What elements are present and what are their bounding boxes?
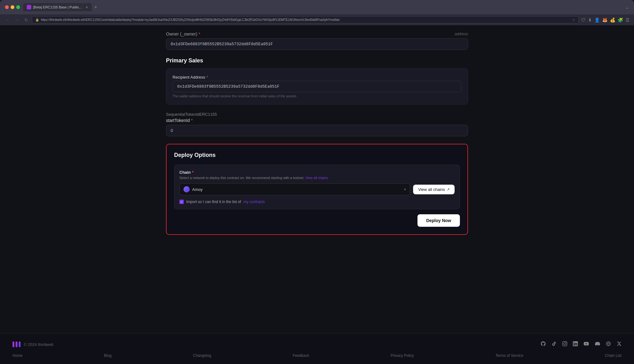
owner-section: Owner (_owner) * address	[166, 32, 468, 50]
footer-chain-list-link[interactable]: Chain List	[605, 353, 622, 358]
profile-icon[interactable]: 👤	[594, 17, 600, 22]
twitter-x-icon[interactable]	[617, 341, 622, 347]
my-contracts-link[interactable]: my contracts	[243, 200, 265, 204]
footer-privacy-link[interactable]: Privacy Policy	[391, 353, 414, 358]
owner-label: Owner (_owner) * address	[166, 32, 468, 36]
external-link-icon: ↗	[447, 187, 450, 192]
close-traffic-light[interactable]	[5, 5, 9, 9]
page-content: Owner (_owner) * address Primary Sales R…	[158, 25, 476, 333]
maximize-traffic-light[interactable]	[16, 5, 20, 9]
start-token-input[interactable]	[166, 125, 468, 136]
tiktok-icon[interactable]	[552, 341, 557, 347]
address-bar[interactable]: 🔒 https://thirdweb.eth/thirdweb.eth/ERC1…	[32, 16, 579, 23]
back-button[interactable]: ←	[4, 17, 11, 23]
chain-dropdown[interactable]: Amoy ▾	[179, 183, 410, 195]
new-tab-button[interactable]: +	[94, 4, 97, 10]
recipient-label: Recipient Address *	[173, 75, 461, 80]
view-all-chains-button[interactable]: View all chains ↗	[413, 185, 455, 194]
extension-icon[interactable]: 🦊	[602, 17, 607, 22]
shield-icon: 🛡	[581, 17, 586, 22]
deploy-options-title: Deploy Options	[174, 152, 460, 158]
tab-title: [Beta] ERC1155 Base | Publishe...	[33, 5, 83, 9]
url-text: https://thirdweb.eth/thirdweb.eth/ERC115…	[41, 18, 339, 22]
toolbar-icons: 🛡 ⬇ 👤 🦊 💰 🧩 ☰	[581, 17, 630, 22]
footer-home-link[interactable]: Home	[12, 353, 22, 358]
chain-chevron-icon: ▾	[404, 187, 406, 192]
sequential-token-section: SequentialTokenIdERC1155 startTokenId *	[166, 112, 468, 136]
recipient-required-star: *	[207, 75, 208, 80]
traffic-lights	[5, 5, 20, 9]
extensions-icon[interactable]: 🧩	[618, 17, 623, 22]
discord-icon[interactable]	[595, 341, 600, 347]
deploy-now-button[interactable]: Deploy Now	[417, 214, 460, 227]
import-checkbox[interactable]: ✓	[179, 200, 184, 204]
start-token-required: *	[191, 118, 193, 123]
footer: © 2024 thirdweb	[0, 333, 634, 364]
checkmark-icon: ✓	[180, 200, 183, 204]
chain-label: Chain *	[179, 170, 455, 175]
thirdweb-logo	[12, 342, 21, 347]
primary-sales-title: Primary Sales	[166, 57, 468, 64]
footer-social-icons	[540, 341, 622, 348]
browser-titlebar: [Beta] ERC1155 Base | Publishe... ✕ + ⌄	[0, 0, 634, 14]
tab-favicon	[27, 5, 31, 9]
linkedin-icon[interactable]	[573, 341, 578, 347]
import-row: ✓ Import so I can find it in the list of…	[179, 200, 455, 204]
browser-content: Owner (_owner) * address Primary Sales R…	[0, 25, 634, 364]
forward-button[interactable]: →	[14, 17, 21, 23]
address-bar-row: ← → ↻ 🔒 https://thirdweb.eth/thirdweb.et…	[0, 14, 634, 25]
chain-selector-row: Amoy ▾ View all chains ↗	[179, 183, 455, 195]
chain-required-star: *	[192, 170, 193, 175]
globe-icon[interactable]	[606, 341, 611, 347]
chain-section: Chain * Select a network to deploy this …	[174, 165, 460, 209]
bookmark-icon[interactable]: ☆	[572, 18, 575, 22]
footer-blog-link[interactable]: Blog	[104, 353, 111, 358]
lock-icon: 🔒	[35, 18, 39, 22]
active-tab[interactable]: [Beta] ERC1155 Base | Publishe... ✕	[23, 3, 92, 11]
tab-close-button[interactable]: ✕	[85, 6, 88, 9]
recipient-input[interactable]	[173, 81, 461, 92]
owner-required-star: *	[198, 32, 200, 36]
deploy-options-section: Deploy Options Chain * Select a network …	[166, 144, 468, 235]
start-token-label: startTokenId *	[166, 118, 468, 123]
footer-links: Home Blog Changelog Feedback Privacy Pol…	[12, 353, 622, 358]
footer-feedback-link[interactable]: Feedback	[293, 353, 309, 358]
minimize-traffic-light[interactable]	[11, 5, 14, 9]
tab-bar: [Beta] ERC1155 Base | Publishe... ✕ +	[23, 3, 622, 11]
menu-icon[interactable]: ☰	[626, 17, 630, 22]
deploy-button-row: Deploy Now	[174, 214, 460, 227]
recipient-helper: The wallet address that should receive t…	[173, 94, 461, 98]
footer-terms-link[interactable]: Terms of Service	[495, 353, 523, 358]
seq-title: SequentialTokenIdERC1155	[166, 112, 468, 117]
chain-description: Select a network to deploy this contract…	[179, 176, 455, 180]
download-icon[interactable]: ⬇	[588, 17, 592, 22]
owner-input[interactable]	[166, 38, 468, 50]
wallet-icon[interactable]: 💰	[610, 17, 615, 22]
primary-sales-section: Primary Sales Recipient Address * The wa…	[166, 57, 468, 104]
window-controls[interactable]: ⌄	[625, 5, 629, 10]
chain-name: Amoy	[192, 187, 402, 192]
reload-button[interactable]: ↻	[23, 17, 29, 23]
footer-changelog-link[interactable]: Changelog	[193, 353, 211, 358]
owner-type: address	[455, 32, 468, 36]
instagram-icon[interactable]	[562, 341, 567, 347]
footer-top: © 2024 thirdweb	[12, 341, 622, 348]
primary-sales-card: Recipient Address * The wallet address t…	[166, 68, 468, 104]
chain-icon	[183, 186, 190, 192]
github-icon[interactable]	[540, 341, 546, 348]
footer-brand: © 2024 thirdweb	[12, 342, 53, 347]
view-all-chains-inline-link[interactable]: View all chains	[305, 176, 328, 180]
copyright-text: © 2024 thirdweb	[24, 342, 53, 347]
youtube-icon[interactable]	[583, 341, 589, 347]
